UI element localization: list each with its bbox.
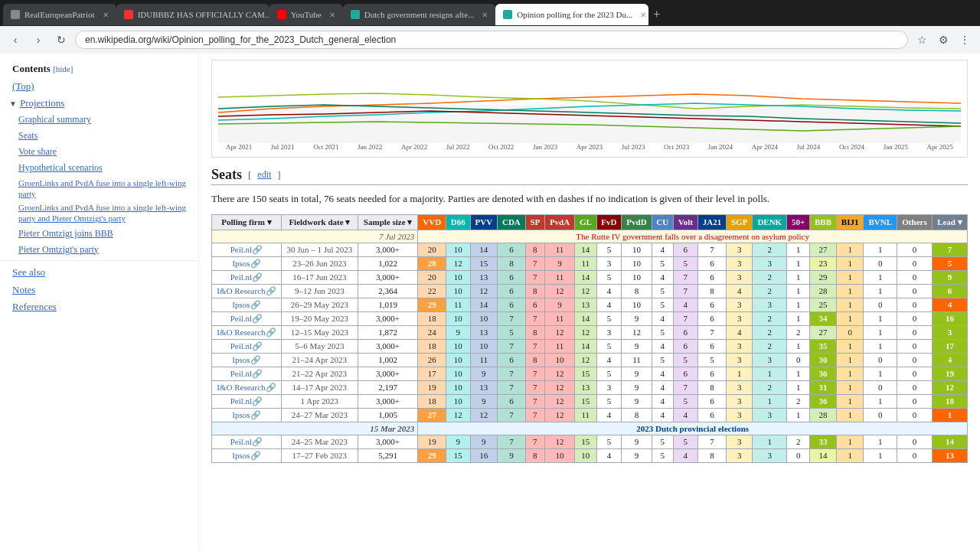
sgp-cell: 3 — [727, 394, 753, 408]
sidebar-item-vote[interactable]: Vote share — [0, 144, 198, 160]
denk-cell: 3 — [753, 256, 787, 270]
vvd-cell: 18 — [418, 339, 446, 353]
lead-cell: 3 — [932, 325, 967, 339]
menu-button[interactable]: ⋮ — [956, 31, 974, 49]
tab-5[interactable]: Opinion polling for the 2023 Du... ✕ — [495, 4, 648, 25]
tab-label-2: IDUBBBZ HAS OFFICIALLY CAM... — [138, 10, 270, 19]
firm-link[interactable]: I&O Research — [217, 286, 265, 295]
th-sample[interactable]: Sample size ▾ — [358, 214, 417, 230]
th-pvdd: PvdD — [622, 214, 652, 230]
table-row: Peil.nl🔗 24–25 Mar 2023 3,000+ 19 9 9 7 … — [212, 435, 968, 448]
sidebar-item-top[interactable]: (Top) — [0, 78, 198, 95]
sidebar-item-pieter1[interactable]: Pieter Omtzigt joins BBB — [0, 226, 198, 242]
bbb-cell: 31 — [810, 380, 837, 394]
edit-link[interactable]: edit — [257, 169, 271, 181]
sidebar-item-glpvda2[interactable]: GroenLinks and PvdA fuse into a single l… — [0, 201, 198, 226]
50p-cell: 1 — [787, 339, 810, 353]
ja21-cell: 6 — [697, 394, 726, 408]
th-fieldwork[interactable]: Fieldwork date ▾ — [281, 214, 358, 230]
pvdd-cell: 12 — [622, 325, 652, 339]
others-cell: 0 — [897, 353, 933, 367]
tab-1[interactable]: RealEuropeanPatriot ✕ — [3, 4, 116, 25]
sidebar-item-hypo[interactable]: Hypothetical scenarios — [0, 160, 198, 176]
sidebar-item-graphical[interactable]: Graphical summary — [0, 112, 198, 128]
pvda-cell: 10 — [544, 353, 574, 367]
sp-cell: 7 — [525, 367, 544, 380]
d66-cell: 10 — [446, 367, 471, 380]
address-bar[interactable] — [75, 31, 908, 49]
others-cell: 0 — [897, 448, 933, 462]
extensions-button[interactable]: ⚙ — [934, 31, 952, 49]
sp-cell: 8 — [525, 284, 544, 298]
th-firm[interactable]: Polling firm ▾ — [212, 214, 282, 230]
firm-cell: I&O Research🔗 — [212, 380, 282, 394]
firm-link[interactable]: Peil.nl — [230, 437, 252, 446]
firm-link[interactable]: Peil.nl — [230, 341, 252, 350]
others-cell: 0 — [897, 435, 933, 448]
tab-close-1[interactable]: ✕ — [103, 11, 109, 19]
table-row: I&O Research🔗 12–15 May 2023 1,872 24 9 … — [212, 325, 968, 339]
vvd-cell: 29 — [418, 298, 446, 311]
firm-link[interactable]: Peil.nl — [230, 369, 252, 378]
pvdd-cell: 10 — [622, 256, 652, 270]
sidebar-item-seats[interactable]: Seats — [0, 128, 198, 144]
sidebar-item-notes[interactable]: Notes — [0, 282, 198, 298]
firm-link[interactable]: Peil.nl — [230, 245, 252, 254]
th-lead[interactable]: Lead ▾ — [932, 214, 967, 230]
firm-cell: Peil.nl🔗 — [212, 311, 282, 325]
volt-cell: 6 — [673, 367, 697, 380]
firm-cell: Peil.nl🔗 — [212, 394, 282, 408]
new-tab-button[interactable]: + — [653, 8, 660, 21]
d66-cell: 10 — [446, 394, 471, 408]
th-cu: CU — [652, 214, 673, 230]
forward-button[interactable]: › — [29, 31, 47, 49]
sidebar-item-pieter2[interactable]: Pieter Omtzigt's party — [0, 242, 198, 258]
ja21-cell: 8 — [697, 380, 726, 394]
bvnl-cell: 1 — [864, 311, 897, 325]
50p-cell: 2 — [787, 435, 810, 448]
firm-link[interactable]: Ipsos — [232, 259, 250, 268]
back-button[interactable]: ‹ — [6, 31, 24, 49]
firm-link[interactable]: Peil.nl — [230, 314, 252, 323]
tab-close-4[interactable]: ✕ — [482, 11, 488, 19]
sidebar-item-seealso[interactable]: See also — [0, 264, 198, 281]
bvnl-cell: 0 — [864, 298, 897, 311]
bookmark-button[interactable]: ☆ — [913, 31, 931, 49]
pvda-cell: 11 — [544, 243, 574, 256]
ja21-cell: 6 — [697, 256, 726, 270]
firm-link[interactable]: Peil.nl — [230, 396, 252, 406]
firm-link[interactable]: I&O Research — [217, 328, 265, 337]
volt-cell: 7 — [673, 284, 697, 298]
firm-link[interactable]: Peil.nl — [230, 272, 252, 282]
firm-link[interactable]: Ipsos — [232, 355, 250, 364]
ja21-cell: 6 — [697, 270, 726, 284]
sidebar-item-references[interactable]: References — [0, 298, 198, 315]
sgp-cell: 3 — [727, 448, 753, 462]
d66-cell: 12 — [446, 408, 471, 422]
firm-link[interactable]: Ipsos — [232, 451, 250, 460]
sidebar-item-projections[interactable]: Projections — [20, 96, 65, 110]
denk-cell: 3 — [753, 353, 787, 367]
tab-close-5[interactable]: ✕ — [640, 11, 646, 19]
sidebar-item-glpvda1[interactable]: GroenLinks and PvdA fuse into a single l… — [0, 176, 198, 201]
others-cell: 0 — [897, 380, 933, 394]
reload-button[interactable]: ↻ — [52, 31, 70, 49]
tab-4[interactable]: Dutch government resigns afte... ✕ — [343, 4, 496, 25]
pvv-cell: 11 — [470, 353, 497, 367]
tab-2[interactable]: IDUBBBZ HAS OFFICIALLY CAM... ✕ — [116, 4, 270, 25]
pvda-cell: 10 — [544, 448, 574, 462]
gl-cell: 12 — [575, 284, 596, 298]
tab-3[interactable]: YouTube ✕ — [270, 4, 343, 25]
firm-link[interactable]: Ipsos — [232, 410, 250, 419]
tab-label-3: YouTube — [291, 10, 322, 19]
bij1-cell: 1 — [836, 256, 863, 270]
gl-cell: 12 — [575, 353, 596, 367]
cu-cell: 4 — [652, 394, 673, 408]
firm-link[interactable]: Ipsos — [232, 300, 250, 309]
th-bbb: BBB — [810, 214, 837, 230]
firm-link[interactable]: I&O Research — [217, 383, 265, 392]
tab-close-3[interactable]: ✕ — [329, 11, 335, 19]
th-fvd: FvD — [596, 214, 622, 230]
hide-link[interactable]: [hide] — [53, 64, 73, 73]
pvdd-cell: 8 — [622, 284, 652, 298]
